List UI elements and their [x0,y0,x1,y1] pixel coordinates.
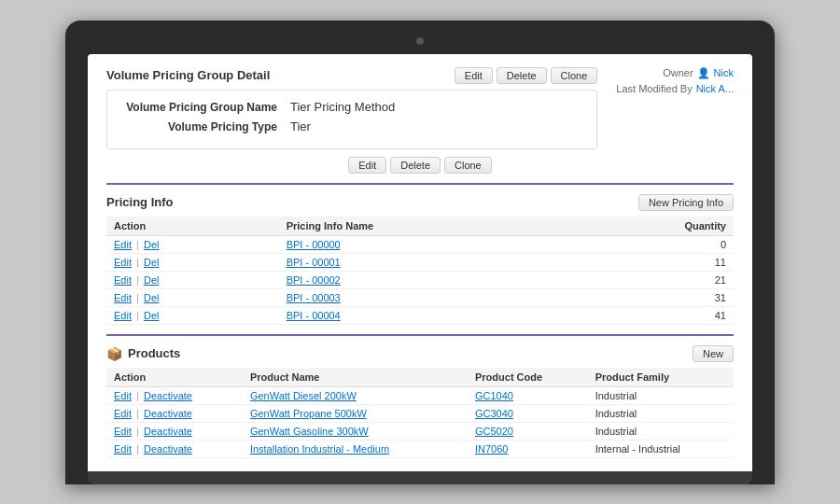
product-name-link-0[interactable]: GenWatt Diesel 200kW [250,390,357,401]
deactivate-link-prod-1[interactable]: Deactivate [144,408,192,419]
del-link-pi-3[interactable]: Del [144,292,160,303]
product-code-link-0[interactable]: GC1040 [475,390,513,401]
field-row-name: Volume Pricing Group Name Tier Pricing M… [122,100,581,114]
col-action-pi: Action [106,217,279,236]
edit-link-prod-1[interactable]: Edit [114,408,132,419]
pricing-info-title: Pricing Info [106,195,174,209]
table-row: Edit | Del BPI - 00001 11 [106,253,734,271]
laptop-frame: Volume Pricing Group Detail Edit Delete … [65,21,775,484]
pricing-info-label: Pricing Info [106,195,174,209]
owner-row: Owner 👤 Nick [663,67,734,79]
product-code-cell-1: GC3040 [468,404,588,422]
pricing-info-thead-row: Action Pricing Info Name Quantity [106,217,734,236]
edit-link-pi-3[interactable]: Edit [114,292,132,303]
action-cell-pi-0: Edit | Del [106,235,279,253]
table-row: Edit | Del BPI - 00000 0 [106,235,734,253]
pricing-info-header: Pricing Info New Pricing Info [106,194,734,211]
qty-cell-pi-3: 31 [571,288,734,306]
del-link-pi-0[interactable]: Del [144,239,160,250]
edit-link-prod-2[interactable]: Edit [114,426,132,437]
action-cell-prod-2: Edit | Deactivate [106,422,243,440]
product-name-link-1[interactable]: GenWatt Propane 500kW [250,408,367,419]
clone-button-bottom[interactable]: Clone [444,157,492,174]
pi-name-link-2[interactable]: BPI - 00002 [287,274,341,286]
products-label: Products [128,346,180,360]
products-icon: 📦 [106,346,122,361]
action-cell-pi-2: Edit | Del [106,271,279,288]
product-name-link-3[interactable]: Installation Industrial - Medium [250,443,389,455]
owner-section: Owner 👤 Nick Last Modified By Nick A... [616,67,734,94]
deactivate-link-prod-3[interactable]: Deactivate [144,443,192,455]
product-code-cell-0: GC1040 [468,386,588,404]
new-product-button[interactable]: New [693,345,734,362]
delete-button-top[interactable]: Delete [497,67,547,84]
product-family-cell-2: Industrial [588,422,734,440]
modified-label: Last Modified By [616,83,692,94]
edit-link-pi-0[interactable]: Edit [114,239,132,250]
action-cell-prod-0: Edit | Deactivate [106,386,243,404]
delete-button-bottom[interactable]: Delete [390,157,441,174]
action-cell-pi-1: Edit | Del [106,253,279,271]
edit-link-prod-3[interactable]: Edit [114,443,132,455]
modified-link[interactable]: Nick A... [696,83,734,94]
product-code-link-3[interactable]: IN7060 [475,443,508,455]
table-row: Edit | Del BPI - 00003 31 [106,288,734,306]
owner-link[interactable]: Nick [714,67,734,78]
new-pricing-info-button[interactable]: New Pricing Info [638,194,734,211]
clone-button-top[interactable]: Clone [551,67,598,84]
col-name-pi: Pricing Info Name [279,217,572,236]
product-family-cell-3: Internal - Industrial [588,440,734,457]
pricing-type-label: Volume Pricing Type [122,120,290,133]
pi-name-link-1[interactable]: BPI - 00001 [287,257,341,268]
product-code-cell-2: GC5020 [468,422,588,440]
edit-link-pi-4[interactable]: Edit [114,310,132,321]
del-link-pi-4[interactable]: Del [144,310,160,321]
pi-name-link-4[interactable]: BPI - 00004 [287,310,341,321]
pi-name-link-0[interactable]: BPI - 00000 [287,239,341,250]
camera-icon [416,37,424,45]
edit-link-pi-1[interactable]: Edit [114,257,132,268]
table-row: Edit | Del BPI - 00004 41 [106,306,734,324]
product-name-cell-0: GenWatt Diesel 200kW [243,386,468,404]
edit-link-pi-2[interactable]: Edit [114,274,132,286]
page-content: Volume Pricing Group Detail Edit Delete … [88,54,752,471]
action-cell-prod-1: Edit | Deactivate [106,404,243,422]
action-cell-pi-4: Edit | Del [106,306,279,324]
detail-card: Volume Pricing Group Name Tier Pricing M… [106,90,597,149]
del-link-pi-1[interactable]: Del [144,257,160,268]
product-family-cell-0: Industrial [588,386,734,404]
owner-icon: 👤 [697,67,710,79]
group-name-value: Tier Pricing Method [290,100,395,114]
product-name-link-2[interactable]: GenWatt Gasoline 300kW [250,426,369,437]
name-cell-pi-4: BPI - 00004 [279,306,572,324]
pi-name-link-3[interactable]: BPI - 00003 [287,292,341,303]
products-title: 📦 Products [106,346,180,361]
edit-button-top[interactable]: Edit [455,67,493,84]
divider-2 [106,334,734,336]
sep-pi-3: | [136,292,139,303]
del-link-pi-2[interactable]: Del [144,274,160,286]
product-code-link-2[interactable]: GC5020 [475,426,513,437]
edit-button-bottom[interactable]: Edit [348,157,386,174]
detail-header: Volume Pricing Group Detail Edit Delete … [106,67,597,84]
top-buttons: Edit Delete Clone [455,67,598,84]
product-name-cell-3: Installation Industrial - Medium [243,440,468,457]
sep-prod-0: | [136,390,139,401]
action-cell-prod-3: Edit | Deactivate [106,440,243,457]
field-row-type: Volume Pricing Type Tier [122,119,581,133]
deactivate-link-prod-2[interactable]: Deactivate [144,426,192,437]
name-cell-pi-2: BPI - 00002 [279,271,572,288]
sep-pi-4: | [136,310,139,321]
deactivate-link-prod-0[interactable]: Deactivate [144,390,192,401]
sep-prod-2: | [136,426,139,437]
sep-prod-3: | [136,443,139,455]
table-row: Edit | Deactivate GenWatt Diesel 200kW G… [106,386,734,404]
sep-pi-1: | [136,257,139,268]
table-row: Edit | Deactivate GenWatt Propane 500kW … [106,404,734,422]
product-code-link-1[interactable]: GC3040 [475,408,513,419]
bottom-buttons: Edit Delete Clone [106,157,734,174]
edit-link-prod-0[interactable]: Edit [114,390,132,401]
modified-row: Last Modified By Nick A... [616,83,734,94]
col-product-code: Product Code [468,368,588,387]
name-cell-pi-1: BPI - 00001 [279,253,572,271]
